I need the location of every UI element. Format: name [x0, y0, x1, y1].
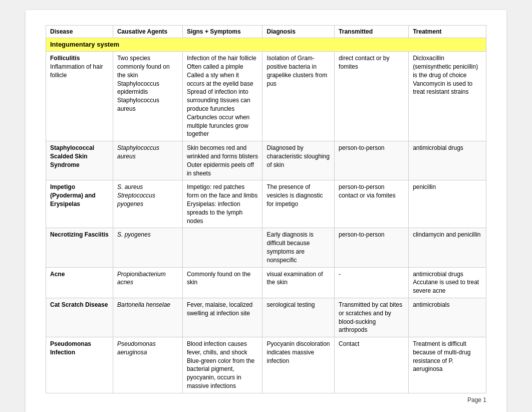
cell-agents: S. aureusStreptococcus pyogenes: [113, 180, 182, 228]
cell-treatment: antimicrobials: [409, 298, 486, 337]
cell-signs: Fever, malaise, localized swelling at in…: [182, 298, 262, 337]
table-row: AcnePropionibacterium acnesCommonly foun…: [46, 267, 486, 298]
cell-signs: Impetigo: red patches form on the face a…: [182, 180, 262, 228]
table-row: Necrotizing FasciitisS. pyogenesEarly di…: [46, 228, 486, 267]
cell-signs: Commonly found on the skin: [182, 267, 262, 298]
cell-disease: Necrotizing Fasciitis: [46, 228, 113, 267]
table-row: Impetigo (Pyoderma) and ErysipelasS. aur…: [46, 180, 486, 228]
col-header-signs: Signs + Symptoms: [182, 26, 262, 38]
cell-transmitted: -: [335, 267, 409, 298]
cell-agents: Propionibacterium acnes: [113, 267, 182, 298]
cell-disease: Staphylococcal Scalded Skin Syndrome: [46, 141, 113, 180]
col-header-transmitted: Transmitted: [335, 26, 409, 38]
cell-diagnosis: Isolation of Gram-positive bacteria in g…: [262, 52, 335, 141]
col-header-treatment: Treatment: [409, 26, 486, 38]
cell-diagnosis: Early diagnosis is difficult because sym…: [262, 228, 335, 267]
table-row: Cat Scratch DiseaseBartonella henselaeFe…: [46, 298, 486, 337]
col-header-disease: Disease: [46, 26, 113, 38]
main-table: Disease Causative Agents Signs + Symptom…: [46, 25, 486, 393]
page-number: Page 1: [467, 396, 486, 403]
cell-diagnosis: visual examination of the skin: [262, 267, 335, 298]
cell-disease: FolliculitisInflammation of hair follicl…: [46, 52, 113, 141]
cell-treatment: clindamycin and penicillin: [409, 228, 486, 267]
cell-transmitted: Transmitted by cat bites or scratches an…: [335, 298, 409, 337]
table-row: Pseudomonas InfectionPseudomonas aerugin…: [46, 337, 486, 393]
cell-signs: Blood infection causes fever, chills, an…: [182, 337, 262, 393]
page: Disease Causative Agents Signs + Symptom…: [26, 10, 506, 412]
cell-treatment: antimicrobial drugs: [409, 141, 486, 180]
cell-disease: Impetigo (Pyoderma) and Erysipelas: [46, 180, 113, 228]
cell-diagnosis: The presence of vesicles is diagnostic f…: [262, 180, 335, 228]
cell-transmitted: Contact: [335, 337, 409, 393]
cell-transmitted: person-to-person: [335, 141, 409, 180]
cell-diagnosis: Pyocyanin discoloration indicates massiv…: [262, 337, 335, 393]
cell-signs: [182, 228, 262, 267]
cell-treatment: Dicloxacillin (semisynthetic penicillin)…: [409, 52, 486, 141]
cell-signs: Infection of the hair follicleOften call…: [182, 52, 262, 141]
section-header-cell: Integumentary system: [46, 38, 486, 52]
cell-treatment: antimicrobial drugsAccutane is used to t…: [409, 267, 486, 298]
cell-agents: Staphylococcus aureus: [113, 141, 182, 180]
table-row: Staphylococcal Scalded Skin SyndromeStap…: [46, 141, 486, 180]
cell-transmitted: person-to-person contact or via fomites: [335, 180, 409, 228]
cell-disease: Acne: [46, 267, 113, 298]
cell-diagnosis: serological testing: [262, 298, 335, 337]
cell-agents: Pseudomonas aeruginosa: [113, 337, 182, 393]
cell-treatment: Treatment is difficult because of multi-…: [409, 337, 486, 393]
cell-disease: Pseudomonas Infection: [46, 337, 113, 393]
cell-signs: Skin becomes red and wrinkled and forms …: [182, 141, 262, 180]
cell-agents: Bartonella henselae: [113, 298, 182, 337]
col-header-agents: Causative Agents: [113, 26, 182, 38]
cell-agents: S. pyogenes: [113, 228, 182, 267]
table-row: FolliculitisInflammation of hair follicl…: [46, 52, 486, 141]
cell-agents: Two species commonly found on the skinSt…: [113, 52, 182, 141]
cell-transmitted: direct contact or by fomites: [335, 52, 409, 141]
cell-treatment: penicillin: [409, 180, 486, 228]
col-header-diagnosis: Diagnosis: [262, 26, 335, 38]
cell-disease: Cat Scratch Disease: [46, 298, 113, 337]
cell-transmitted: person-to-person: [335, 228, 409, 267]
cell-diagnosis: Diagnosed by characteristic sloughing of…: [262, 141, 335, 180]
